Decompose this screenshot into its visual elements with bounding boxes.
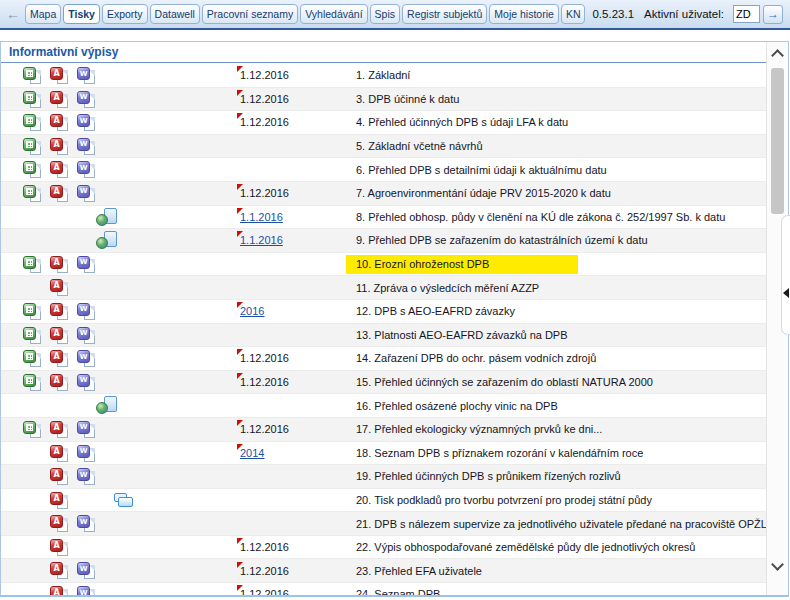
word-file-icon[interactable]: W [77,114,95,131]
report-date-link[interactable]: 1.1.2016 [240,234,283,246]
word-file-icon[interactable]: W [77,586,95,595]
tab-exporty[interactable]: Exporty [102,4,148,24]
pdf-file-icon[interactable]: A [50,303,68,320]
tab-mapa[interactable]: Mapa [25,4,61,24]
pdf-file-icon[interactable]: A [50,421,68,438]
excel-file-icon[interactable] [23,421,41,438]
report-date: 1.12.2016 [240,352,289,364]
pdf-file-icon[interactable]: A [50,445,68,462]
report-date-link[interactable]: 2016 [240,305,264,317]
date-note-marker-icon [237,538,243,544]
pdf-file-icon[interactable]: A [50,539,68,556]
pdf-file-icon[interactable]: A [50,468,68,485]
report-title: 14. Zařazení DPB do ochr. pásem vodních … [356,352,596,364]
word-file-icon[interactable]: W [77,91,95,108]
word-file-icon[interactable]: W [77,327,95,344]
excel-file-icon[interactable] [23,185,41,202]
forward-arrow-icon[interactable]: → [763,5,783,24]
scroll-up-icon[interactable] [771,49,784,62]
tab-spis[interactable]: Spis [370,4,400,24]
copy-pages-icon[interactable] [114,493,134,509]
report-title-cell: 7. Agroenvironmentání údaje PRV 2015-202… [356,187,766,199]
word-file-icon[interactable]: W [77,515,95,532]
word-file-icon[interactable]: W [77,421,95,438]
pdf-file-icon[interactable]: A [50,327,68,344]
excel-file-icon[interactable] [23,138,41,155]
report-date: 1.12.2016 [240,187,289,199]
date-note-marker-icon [237,113,243,119]
excel-file-icon[interactable] [23,303,41,320]
web-report-icon[interactable] [96,231,117,249]
report-date-link[interactable]: 2014 [240,447,264,459]
pdf-file-icon[interactable]: A [50,161,68,178]
report-row: AW21. DPB s nálezem supervize za jednotl… [1,512,766,536]
report-row: AW1.12.20167. Agroenvironmentání údaje P… [1,182,766,206]
pdf-file-icon[interactable]: A [50,562,68,579]
scrollbar-thumb[interactable] [771,68,784,214]
active-user-label: Aktivní uživatel: [644,8,724,20]
pdf-file-icon[interactable]: A [50,586,68,595]
active-user-input[interactable] [733,5,760,23]
excel-file-icon[interactable] [23,256,41,273]
web-report-icon[interactable] [96,208,117,226]
tab-registr-subjekt-[interactable]: Registr subjektů [402,4,487,24]
report-title: 17. Přehled ekologicky významných prvků … [356,423,602,435]
date-note-marker-icon [237,349,243,355]
report-date-cell: 1.12.2016 [238,116,356,128]
word-file-icon[interactable]: W [77,374,95,391]
pdf-file-icon[interactable]: A [50,256,68,273]
report-actions: AW [1,512,238,535]
pdf-file-icon[interactable]: A [50,492,68,509]
panel-collapse-handle[interactable] [781,215,790,335]
pdf-file-icon[interactable]: A [50,114,68,131]
report-date-link[interactable]: 1.1.2016 [240,211,283,223]
excel-file-icon[interactable] [23,327,41,344]
pdf-file-icon[interactable]: A [50,185,68,202]
pdf-file-icon[interactable]: A [50,91,68,108]
tab-moje-historie[interactable]: Moje historie [489,4,559,24]
tab-tisky[interactable]: Tisky [63,4,100,24]
report-title: 21. DPB s nálezem supervize za jednotliv… [356,518,766,530]
excel-file-icon[interactable] [23,350,41,367]
word-file-icon[interactable]: W [77,562,95,579]
tab-vyhled-v-n-[interactable]: Vyhledávání [300,4,367,24]
word-file-icon[interactable]: W [77,67,95,84]
word-file-icon[interactable]: W [77,161,95,178]
report-title-cell: 24. Seznam DPB … [356,588,766,595]
pdf-file-icon[interactable]: A [50,374,68,391]
word-file-icon[interactable]: W [77,303,95,320]
report-actions: AW [1,347,238,370]
scroll-down-icon[interactable] [771,558,784,571]
pdf-file-icon[interactable]: A [50,67,68,84]
report-title-cell: 20. Tisk podkladů pro tvorbu potvrzení p… [356,494,766,506]
back-arrow-icon[interactable]: ← [3,6,23,22]
report-date: 1.12.2016 [240,93,289,105]
pdf-file-icon[interactable]: A [50,138,68,155]
excel-file-icon[interactable] [23,91,41,108]
date-note-marker-icon [237,420,243,426]
report-date-cell: 1.12.2016 [238,588,356,595]
tab-datawell[interactable]: Datawell [150,4,200,24]
word-file-icon[interactable]: W [77,138,95,155]
top-toolbar: ← MapaTiskyExportyDatawellPracovní sezna… [0,0,790,30]
excel-file-icon[interactable] [23,374,41,391]
report-title-cell: 6. Přehled DPB s detailními údaji k aktu… [356,164,766,176]
tab-pracovn-seznamy[interactable]: Pracovní seznamy [202,4,298,24]
tab-kn[interactable]: KN [561,4,586,24]
word-file-icon[interactable]: W [77,256,95,273]
word-file-icon[interactable]: W [77,350,95,367]
report-title: 11. Zpráva o výsledcích měření AZZP [356,282,539,294]
excel-file-icon[interactable] [23,67,41,84]
word-file-icon[interactable]: W [77,445,95,462]
report-row: AW1.12.20161. Základní [1,64,766,88]
word-file-icon[interactable]: W [77,185,95,202]
date-note-marker-icon [237,444,243,450]
excel-file-icon[interactable] [23,161,41,178]
word-file-icon[interactable]: W [77,468,95,485]
pdf-file-icon[interactable]: A [50,279,68,296]
web-report-icon[interactable] [96,396,117,414]
pdf-file-icon[interactable]: A [50,515,68,532]
report-title: 18. Seznam DPB s příznakem rozorání v ka… [356,447,643,459]
excel-file-icon[interactable] [23,114,41,131]
pdf-file-icon[interactable]: A [50,350,68,367]
